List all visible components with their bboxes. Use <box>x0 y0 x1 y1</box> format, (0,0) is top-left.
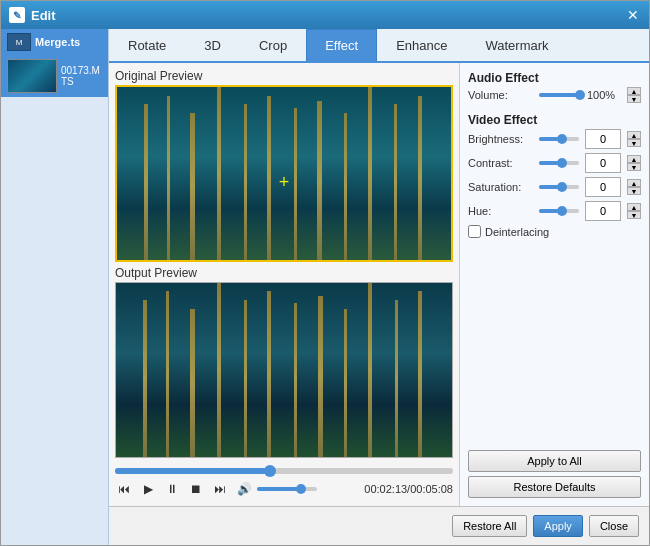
out-bamboo-8 <box>318 296 323 457</box>
apply-to-all-button[interactable]: Apply to All <box>468 450 641 472</box>
hue-slider-thumb[interactable] <box>557 206 567 216</box>
merge-icon: M <box>7 33 31 51</box>
out-bamboo-9 <box>344 309 347 457</box>
volume-thumb[interactable] <box>296 484 306 494</box>
tab-watermark[interactable]: Watermark <box>466 29 567 61</box>
contrast-slider-fill <box>539 161 559 165</box>
volume-value: 100% <box>587 89 621 101</box>
apply-button[interactable]: Apply <box>533 515 583 537</box>
time-display: 00:02:13/00:05:08 <box>364 483 453 495</box>
volume-track[interactable] <box>257 487 317 491</box>
progress-track[interactable] <box>115 468 453 474</box>
brightness-slider-thumb[interactable] <box>557 134 567 144</box>
contrast-slider-thumb[interactable] <box>557 158 567 168</box>
pause-button[interactable]: ⏸ <box>163 480 181 498</box>
saturation-slider[interactable] <box>539 185 579 189</box>
file-thumbnail <box>7 59 57 93</box>
out-bamboo-10 <box>368 283 372 458</box>
out-bamboo-3 <box>190 309 195 457</box>
deinterlacing-checkbox[interactable] <box>468 225 481 238</box>
brightness-row: Brightness: ▲ ▼ <box>468 129 641 149</box>
brightness-slider-fill <box>539 137 559 141</box>
progress-fill <box>115 468 267 474</box>
play-button[interactable]: ▶ <box>139 480 157 498</box>
saturation-slider-thumb[interactable] <box>557 182 567 192</box>
merge-item[interactable]: M Merge.ts <box>1 29 108 55</box>
edit-window: ✎ Edit ✕ M Merge.ts 00173.MTS Rotate 3D <box>0 0 650 546</box>
volume-up-button[interactable]: ▲ <box>627 87 641 95</box>
original-preview-section: Original Preview <box>115 69 453 262</box>
out-bamboo-2 <box>166 291 169 457</box>
video-section-title: Video Effect <box>468 113 641 127</box>
close-button[interactable]: ✕ <box>625 7 641 23</box>
volume-down-button[interactable]: ▼ <box>627 95 641 103</box>
deinterlacing-label: Deinterlacing <box>485 226 549 238</box>
output-label: Output Preview <box>115 266 453 280</box>
saturation-down-button[interactable]: ▼ <box>627 187 641 195</box>
bamboo-3 <box>190 113 195 260</box>
volume-label: Volume: <box>468 89 533 101</box>
volume-icon[interactable]: 🔊 <box>235 480 253 498</box>
tab-rotate[interactable]: Rotate <box>109 29 185 61</box>
contrast-slider[interactable] <box>539 161 579 165</box>
hue-label: Hue: <box>468 205 533 217</box>
skip-back-button[interactable]: ⏮ <box>115 480 133 498</box>
bottom-buttons: Restore All Apply Close <box>109 506 649 545</box>
brightness-label: Brightness: <box>468 133 533 145</box>
contrast-input[interactable] <box>585 153 621 173</box>
edit-area: Original Preview <box>109 63 649 506</box>
bamboo-10 <box>368 87 372 260</box>
bamboo-4 <box>217 87 221 260</box>
tab-bar: Rotate 3D Crop Effect Enhance Watermark <box>109 29 649 63</box>
brightness-up-button[interactable]: ▲ <box>627 131 641 139</box>
contrast-spinner: ▲ ▼ <box>627 155 641 171</box>
original-video: + <box>115 85 453 262</box>
restore-all-button[interactable]: Restore All <box>452 515 527 537</box>
original-scene: + <box>117 87 451 260</box>
hue-input[interactable] <box>585 201 621 221</box>
brightness-input[interactable] <box>585 129 621 149</box>
volume-slider-thumb[interactable] <box>575 90 585 100</box>
brightness-spinner: ▲ ▼ <box>627 131 641 147</box>
bamboo-5 <box>244 104 247 259</box>
contrast-down-button[interactable]: ▼ <box>627 163 641 171</box>
audio-effect-section: Audio Effect Volume: 100% ▲ ▼ <box>468 71 641 107</box>
out-bamboo-11 <box>395 300 398 457</box>
saturation-row: Saturation: ▲ ▼ <box>468 177 641 197</box>
close-dialog-button[interactable]: Close <box>589 515 639 537</box>
edit-panel: Rotate 3D Crop Effect Enhance Watermark … <box>109 29 649 545</box>
stop-button[interactable]: ⏹ <box>187 480 205 498</box>
tab-3d[interactable]: 3D <box>185 29 240 61</box>
audio-section-title: Audio Effect <box>468 71 641 85</box>
bamboo-2 <box>167 96 170 260</box>
file-item[interactable]: 00173.MTS <box>1 55 108 97</box>
volume-spinner: ▲ ▼ <box>627 87 641 103</box>
contrast-row: Contrast: ▲ ▼ <box>468 153 641 173</box>
brightness-slider[interactable] <box>539 137 579 141</box>
hue-up-button[interactable]: ▲ <box>627 203 641 211</box>
contrast-up-button[interactable]: ▲ <box>627 155 641 163</box>
tab-crop[interactable]: Crop <box>240 29 306 61</box>
skip-forward-button[interactable]: ⏭ <box>211 480 229 498</box>
hue-slider[interactable] <box>539 209 579 213</box>
bamboo-8 <box>317 101 322 260</box>
restore-defaults-button[interactable]: Restore Defaults <box>468 476 641 498</box>
right-panel: Audio Effect Volume: 100% ▲ ▼ <box>459 63 649 506</box>
saturation-up-button[interactable]: ▲ <box>627 179 641 187</box>
saturation-spinner: ▲ ▼ <box>627 179 641 195</box>
hue-spinner: ▲ ▼ <box>627 203 641 219</box>
bamboo-11 <box>394 104 397 259</box>
deinterlacing-row: Deinterlacing <box>468 225 641 238</box>
hue-down-button[interactable]: ▼ <box>627 211 641 219</box>
out-bamboo-6 <box>267 291 271 457</box>
tab-effect[interactable]: Effect <box>306 29 377 61</box>
bamboo-7 <box>294 108 297 260</box>
volume-slider[interactable] <box>539 93 581 97</box>
hue-slider-fill <box>539 209 559 213</box>
progress-thumb[interactable] <box>264 465 276 477</box>
out-bamboo-1 <box>143 300 147 457</box>
saturation-input[interactable] <box>585 177 621 197</box>
playback-bar: ⏮ ▶ ⏸ ⏹ ⏭ 🔊 <box>115 464 453 500</box>
tab-enhance[interactable]: Enhance <box>377 29 466 61</box>
brightness-down-button[interactable]: ▼ <box>627 139 641 147</box>
